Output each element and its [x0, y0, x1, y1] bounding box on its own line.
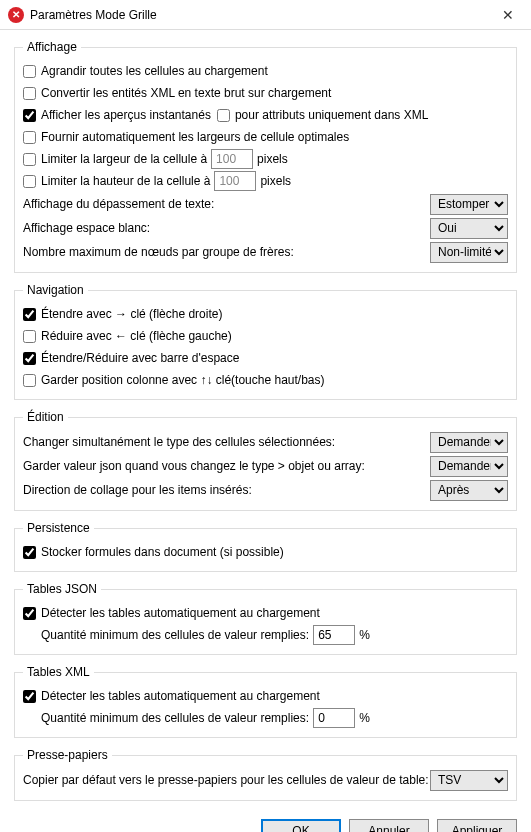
chk-show-preview[interactable]	[23, 109, 36, 122]
chk-limit-width[interactable]	[23, 153, 36, 166]
chk-limit-width-label[interactable]: Limiter la largeur de la cellule à	[23, 152, 207, 166]
chk-json-detect-label[interactable]: Détecter les tables automatiquement au c…	[23, 606, 320, 620]
label-pixels-h: pixels	[260, 174, 291, 188]
chk-show-preview-text: Afficher les aperçus instantanés	[41, 108, 211, 122]
label-xml-min: Quantité minimum des cellules de valeur …	[41, 711, 309, 725]
chk-limit-height-text: Limiter la hauteur de la cellule à	[41, 174, 210, 188]
chk-show-preview-label[interactable]: Afficher les aperçus instantanés	[23, 108, 211, 122]
legend-edition: Édition	[23, 410, 68, 424]
legend-tables-xml: Tables XML	[23, 665, 94, 679]
select-keep-json[interactable]: Demander	[430, 456, 508, 477]
group-persistence: Persistence Stocker formules dans docume…	[14, 521, 517, 572]
cancel-button[interactable]: Annuler	[349, 819, 429, 832]
chk-expand-all-text: Agrandir toutes les cellules au chargeme…	[41, 64, 268, 78]
chk-keep-col-text: Garder position colonne avec ↑↓ clé(touc…	[41, 373, 325, 387]
chk-keep-col-label[interactable]: Garder position colonne avec ↑↓ clé(touc…	[23, 373, 325, 387]
group-clipboard: Presse-papiers Copier par défaut vers le…	[14, 748, 517, 801]
chk-limit-height[interactable]	[23, 175, 36, 188]
chk-collapse-left-text: Réduire avec ← clé (flèche gauche)	[41, 329, 232, 343]
select-clipboard-format[interactable]: TSV	[430, 770, 508, 791]
chk-limit-width-text: Limiter la largeur de la cellule à	[41, 152, 207, 166]
close-button[interactable]: ✕	[485, 1, 530, 29]
chk-space-toggle-text: Étendre/Réduire avec barre d'espace	[41, 351, 239, 365]
input-xml-min[interactable]	[313, 708, 355, 728]
label-overflow: Affichage du dépassement de texte:	[23, 197, 430, 211]
chk-json-detect-text: Détecter les tables automatiquement au c…	[41, 606, 320, 620]
window-title: Paramètres Mode Grille	[30, 8, 485, 22]
legend-tables-json: Tables JSON	[23, 582, 101, 596]
chk-store-formulas[interactable]	[23, 546, 36, 559]
chk-auto-width-label[interactable]: Fournir automatiquement les largeurs de …	[23, 130, 349, 144]
chk-expand-right-label[interactable]: Étendre avec → clé (flèche droite)	[23, 307, 222, 321]
group-tables-xml: Tables XML Détecter les tables automatiq…	[14, 665, 517, 738]
label-xml-pct: %	[359, 711, 370, 725]
chk-expand-right-text: Étendre avec → clé (flèche droite)	[41, 307, 222, 321]
group-edition: Édition Changer simultanément le type de…	[14, 410, 517, 511]
chk-attrs-only[interactable]	[217, 109, 230, 122]
legend-navigation: Navigation	[23, 283, 88, 297]
chk-xml-detect-label[interactable]: Détecter les tables automatiquement au c…	[23, 689, 320, 703]
chk-keep-col[interactable]	[23, 374, 36, 387]
apply-button[interactable]: Appliquer	[437, 819, 517, 832]
ok-button[interactable]: OK	[261, 819, 341, 832]
label-change-type: Changer simultanément le type des cellul…	[23, 435, 430, 449]
chk-auto-width-text: Fournir automatiquement les largeurs de …	[41, 130, 349, 144]
chk-expand-all[interactable]	[23, 65, 36, 78]
chk-convert-xml-label[interactable]: Convertir les entités XML en texte brut …	[23, 86, 331, 100]
chk-json-detect[interactable]	[23, 607, 36, 620]
titlebar: Paramètres Mode Grille ✕	[0, 0, 531, 30]
chk-attrs-only-label[interactable]: pour attributs uniquement dans XML	[217, 108, 428, 122]
chk-space-toggle[interactable]	[23, 352, 36, 365]
select-change-type[interactable]: Demander	[430, 432, 508, 453]
label-maxnodes: Nombre maximum de nœuds par groupe de fr…	[23, 245, 430, 259]
app-icon	[8, 7, 24, 23]
group-navigation: Navigation Étendre avec → clé (flèche dr…	[14, 283, 517, 400]
label-json-pct: %	[359, 628, 370, 642]
chk-convert-xml[interactable]	[23, 87, 36, 100]
label-paste-dir: Direction de collage pour les items insé…	[23, 483, 430, 497]
dialog-buttons: OK Annuler Appliquer	[0, 811, 531, 832]
select-overflow[interactable]: Estomper	[430, 194, 508, 215]
chk-expand-all-label[interactable]: Agrandir toutes les cellules au chargeme…	[23, 64, 268, 78]
select-whitespace[interactable]: Oui	[430, 218, 508, 239]
chk-expand-right[interactable]	[23, 308, 36, 321]
legend-affichage: Affichage	[23, 40, 81, 54]
chk-attrs-only-text: pour attributs uniquement dans XML	[235, 108, 428, 122]
select-paste-dir[interactable]: Après	[430, 480, 508, 501]
label-pixels-w: pixels	[257, 152, 288, 166]
chk-xml-detect-text: Détecter les tables automatiquement au c…	[41, 689, 320, 703]
label-whitespace: Affichage espace blanc:	[23, 221, 430, 235]
group-tables-json: Tables JSON Détecter les tables automati…	[14, 582, 517, 655]
chk-store-formulas-text: Stocker formules dans document (si possi…	[41, 545, 284, 559]
legend-clipboard: Presse-papiers	[23, 748, 112, 762]
input-limit-width[interactable]	[211, 149, 253, 169]
chk-auto-width[interactable]	[23, 131, 36, 144]
label-json-min: Quantité minimum des cellules de valeur …	[41, 628, 309, 642]
legend-persistence: Persistence	[23, 521, 94, 535]
select-maxnodes[interactable]: Non-limité	[430, 242, 508, 263]
label-keep-json: Garder valeur json quand vous changez le…	[23, 459, 430, 473]
chk-collapse-left[interactable]	[23, 330, 36, 343]
input-json-min[interactable]	[313, 625, 355, 645]
chk-collapse-left-label[interactable]: Réduire avec ← clé (flèche gauche)	[23, 329, 232, 343]
label-clipboard-copy: Copier par défaut vers le presse-papiers…	[23, 773, 430, 787]
chk-xml-detect[interactable]	[23, 690, 36, 703]
group-affichage: Affichage Agrandir toutes les cellules a…	[14, 40, 517, 273]
chk-convert-xml-text: Convertir les entités XML en texte brut …	[41, 86, 331, 100]
dialog-content: Affichage Agrandir toutes les cellules a…	[0, 30, 531, 801]
input-limit-height[interactable]	[214, 171, 256, 191]
chk-store-formulas-label[interactable]: Stocker formules dans document (si possi…	[23, 545, 284, 559]
chk-space-toggle-label[interactable]: Étendre/Réduire avec barre d'espace	[23, 351, 239, 365]
chk-limit-height-label[interactable]: Limiter la hauteur de la cellule à	[23, 174, 210, 188]
